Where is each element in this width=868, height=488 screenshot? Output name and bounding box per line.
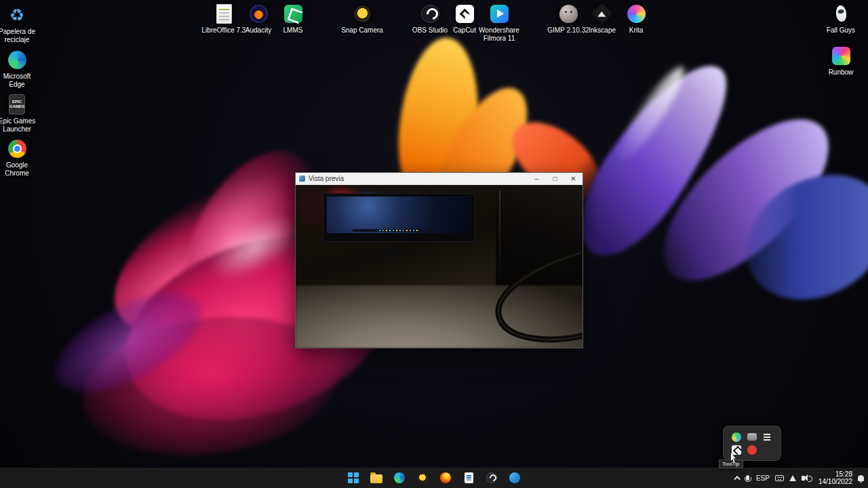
capcut-icon <box>454 3 475 24</box>
taskbar-obs[interactable] <box>483 469 500 487</box>
gimp-icon <box>557 3 579 24</box>
close-button[interactable]: ✕ <box>564 173 583 184</box>
scene-cable <box>296 185 583 348</box>
taskbar-firefox[interactable] <box>437 469 454 487</box>
gimp-glyph <box>559 5 578 23</box>
desktop-icon-label: Wondershare Filmora 11 <box>476 26 522 43</box>
hidden-icons-chevron-icon[interactable] <box>734 475 741 482</box>
preview-window: Vista previa – □ ✕ <box>295 172 583 348</box>
krita-icon <box>625 3 647 24</box>
tray-record-icon[interactable] <box>747 445 757 455</box>
desktop-icon-recycle-bin[interactable]: ♻ Papelera de reciclaje <box>0 4 36 44</box>
window-title: Vista previa <box>309 175 528 182</box>
desktop-icon-label: Papelera de reciclaje <box>0 28 36 44</box>
windows-logo-icon <box>348 472 359 483</box>
desktop-icon-krita[interactable]: Krita <box>613 3 659 35</box>
desktop-icon-google-chrome[interactable]: Google Chrome <box>0 138 36 178</box>
chrome-glyph <box>8 140 26 158</box>
snap-camera-glyph <box>353 5 372 23</box>
firefox-icon <box>440 472 451 483</box>
audacity-glyph <box>250 5 268 23</box>
capcut-glyph <box>456 5 474 23</box>
recycle-glyph: ♻ <box>9 7 24 24</box>
obs-icon <box>486 472 497 483</box>
desktop-icon-label: CapCut <box>453 26 476 35</box>
recycle-bin-icon: ♻ <box>6 4 28 26</box>
desktop-icon-epic-games[interactable]: EPIC GAMES Epic Games Launcher <box>0 94 36 134</box>
notification-bell-icon[interactable] <box>858 475 864 481</box>
epic-games-icon: EPIC GAMES <box>6 94 28 115</box>
start-button[interactable] <box>344 469 362 487</box>
desktop-icon-label: Google Chrome <box>0 161 36 178</box>
desktop-icon-microsoft-edge[interactable]: Microsoft Edge <box>0 49 36 89</box>
edge-glyph <box>8 51 26 69</box>
snap-camera-icon <box>351 3 373 24</box>
desktop-icon-lmms[interactable]: LMMS <box>270 3 316 35</box>
tray-app-list-icon[interactable] <box>763 432 772 442</box>
runbow-icon <box>830 45 852 66</box>
taskbar-media-app[interactable] <box>506 469 524 487</box>
touch-keyboard-icon[interactable] <box>775 475 784 481</box>
tooltip: ToolTip <box>719 460 743 468</box>
network-icon[interactable] <box>789 475 796 481</box>
libreoffice-icon <box>213 3 235 24</box>
folder-icon <box>370 474 382 483</box>
desktop-icon-filmora[interactable]: Wondershare Filmora 11 <box>476 3 522 43</box>
window-icon <box>299 176 305 182</box>
desktop-icon-label: LMMS <box>283 26 303 35</box>
desktop-icon-snap-camera[interactable]: Snap Camera <box>339 3 385 35</box>
tray-app-color-icon[interactable] <box>732 432 741 442</box>
edge-icon <box>6 49 28 70</box>
desktop-icon-fall-guys[interactable]: Fall Guys <box>818 3 864 35</box>
edge-icon <box>394 472 405 483</box>
epic-glyph: EPIC GAMES <box>9 94 25 115</box>
taskbar-edge[interactable] <box>391 469 408 487</box>
fall-guys-icon <box>830 3 852 24</box>
minimize-button[interactable]: – <box>528 173 546 184</box>
libreoffice-glyph <box>216 4 232 24</box>
obs-studio-icon <box>419 3 441 24</box>
filmora-glyph <box>490 5 509 23</box>
obs-glyph <box>421 5 439 23</box>
filmora-icon <box>488 3 510 24</box>
tray-capcut-icon[interactable] <box>732 445 741 455</box>
desktop-icon-label: Microsoft Edge <box>0 73 36 89</box>
tray-date: 14/10/2022 <box>818 478 852 485</box>
microphone-icon[interactable] <box>746 475 749 481</box>
taskbar-file-explorer[interactable] <box>368 469 385 487</box>
window-titlebar[interactable]: Vista previa – □ ✕ <box>296 173 583 185</box>
desktop-icon-label: Epic Games Launcher <box>0 117 36 134</box>
document-icon <box>465 472 473 483</box>
taskbar: ESP 15:28 14/10/2022 <box>0 468 868 488</box>
inkscape-glyph <box>591 3 612 24</box>
fall-guys-glyph <box>835 5 846 22</box>
desktop-icon-runbow[interactable]: Runbow <box>818 45 864 77</box>
desktop-icon-label: Audacity <box>245 26 271 35</box>
desktop-icon-label: Krita <box>629 26 644 35</box>
camera-preview-feed <box>296 185 583 348</box>
krita-glyph <box>627 5 646 23</box>
desktop-icon-label: Inkscape <box>589 26 616 35</box>
snap-camera-icon <box>417 472 428 483</box>
desktop: ♻ Papelera de reciclaje Microsoft Edge E… <box>0 0 868 488</box>
runbow-glyph <box>832 47 850 65</box>
desktop-icon-label: Fall Guys <box>827 26 855 35</box>
chrome-icon <box>6 138 28 159</box>
language-indicator[interactable]: ESP <box>756 474 770 482</box>
system-tray: ESP 15:28 14/10/2022 <box>736 468 864 488</box>
lmms-icon <box>282 3 304 24</box>
desktop-icon-label: Snap Camera <box>341 26 383 35</box>
inkscape-icon <box>591 3 613 24</box>
desktop-icon-label: Runbow <box>829 68 854 77</box>
maximize-button[interactable]: □ <box>546 173 564 184</box>
tray-time: 15:28 <box>818 470 852 478</box>
tray-app-gray-icon[interactable] <box>747 433 757 441</box>
taskbar-center <box>344 468 524 488</box>
volume-icon[interactable] <box>802 476 805 481</box>
taskbar-document-app[interactable] <box>460 469 477 487</box>
audacity-icon <box>248 3 269 24</box>
lmms-glyph <box>284 5 302 23</box>
taskbar-snap-camera[interactable] <box>414 469 431 487</box>
blue-app-icon <box>509 472 520 483</box>
clock[interactable]: 15:28 14/10/2022 <box>818 470 852 485</box>
